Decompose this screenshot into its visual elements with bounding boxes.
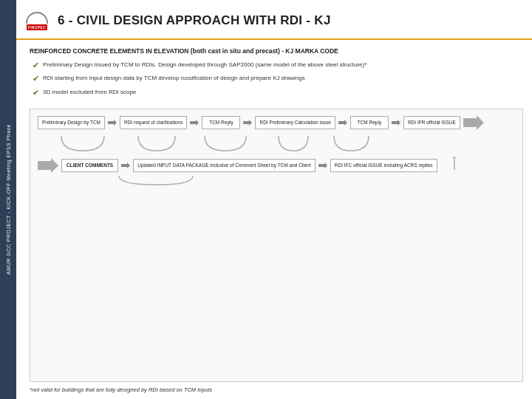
logo: FINOPEC	[24, 7, 50, 34]
svg-marker-8	[318, 163, 327, 168]
flow-arrow-icon	[392, 120, 400, 126]
flow-arrow-icon	[121, 163, 130, 168]
flow-arrow-left-icon	[38, 158, 58, 173]
header: FINOPEC 6 - CIVIL DESIGN APPROACH WITH R…	[16, 0, 532, 40]
bullet-text-2: RDI starting from Input design data by T…	[43, 74, 305, 82]
flow-arrow-icon	[318, 163, 327, 168]
main-content: FINOPEC 6 - CIVIL DESIGN APPROACH WITH R…	[16, 0, 532, 399]
flow-arrow-icon	[243, 120, 252, 126]
curved-arrows-svg	[42, 134, 515, 155]
flow-arrow-icon	[108, 120, 117, 126]
sidebar: AMUR GCC PROJECT - KICK-OFF Meeting EPSS…	[0, 0, 16, 399]
flow-arrow-icon	[338, 120, 347, 126]
bottom-curved-row	[97, 174, 515, 188]
check-icon: ✔	[33, 87, 39, 98]
content-area: REINFORCED CONCRETE ELEMENTS IN ELEVATIO…	[16, 40, 532, 399]
flow-arrow-icon	[190, 120, 199, 126]
svg-marker-3	[338, 120, 347, 126]
check-icon: ✔	[33, 60, 39, 71]
footnote: *not valid for buildings that are fully …	[30, 386, 523, 393]
svg-marker-1	[190, 120, 199, 126]
flow-box-6: RDI IFR official ISSUE	[403, 116, 460, 129]
flow-connector	[443, 157, 466, 174]
svg-marker-5	[463, 115, 484, 130]
subtitle: REINFORCED CONCRETE ELEMENTS IN ELEVATIO…	[30, 47, 523, 56]
bullet-text-3: 3D model excluded from RDI scope	[43, 88, 136, 96]
flow-box-2: RDI request of clarifications	[120, 116, 187, 129]
flow-box-4: RDI Preliminary Calculation issue	[255, 116, 335, 129]
page-title: 6 - CIVIL DESIGN APPROACH WITH RDI - KJ	[58, 13, 331, 28]
list-item: ✔ RDI starting from Input design data by…	[33, 74, 523, 84]
logo-badge: FINOPEC	[27, 24, 47, 30]
list-item: ✔ 3D model excluded from RDI scope	[33, 88, 523, 98]
curved-arrows-row	[42, 134, 515, 155]
svg-marker-2	[243, 120, 252, 126]
flow-top-row: Preliminary Design by TCM RDI request of…	[38, 115, 515, 130]
flow-box-5: TCM Reply	[350, 116, 389, 129]
flow-box-3: TCM Reply	[202, 116, 240, 129]
flow-connector-svg	[443, 157, 466, 171]
flow-input-data-box: Updated INPUT DATA PACKAGE inclusive of …	[133, 159, 316, 172]
svg-marker-0	[108, 120, 117, 126]
svg-marker-7	[121, 163, 130, 168]
svg-marker-9	[452, 157, 457, 158]
bottom-curved-svg	[97, 174, 245, 188]
list-item: ✔ Preliminary Design issued by TCM to RD…	[33, 61, 523, 71]
flow-ifc-box: RDI IFC official ISSUE including ACRS re…	[330, 159, 437, 172]
logo-arc-icon	[26, 12, 48, 24]
svg-marker-6	[38, 158, 58, 173]
check-icon: ✔	[33, 73, 39, 84]
flow-diagram: Preliminary Design by TCM RDI request of…	[30, 109, 523, 382]
flow-arrow-end-icon	[463, 115, 484, 130]
flow-client-comments-box: CLIENT COMMENTS	[61, 159, 118, 172]
bullet-list: ✔ Preliminary Design issued by TCM to RD…	[33, 61, 523, 101]
svg-marker-4	[392, 120, 400, 126]
flow-box-1: Preliminary Design by TCM	[38, 116, 105, 129]
bullet-text-1: Preliminary Design issued by TCM to RDIs…	[43, 61, 366, 69]
flow-bottom-row: CLIENT COMMENTS Updated INPUT DATA PACKA…	[38, 157, 515, 174]
sidebar-label: AMUR GCC PROJECT - KICK-OFF Meeting EPSS…	[6, 124, 11, 275]
